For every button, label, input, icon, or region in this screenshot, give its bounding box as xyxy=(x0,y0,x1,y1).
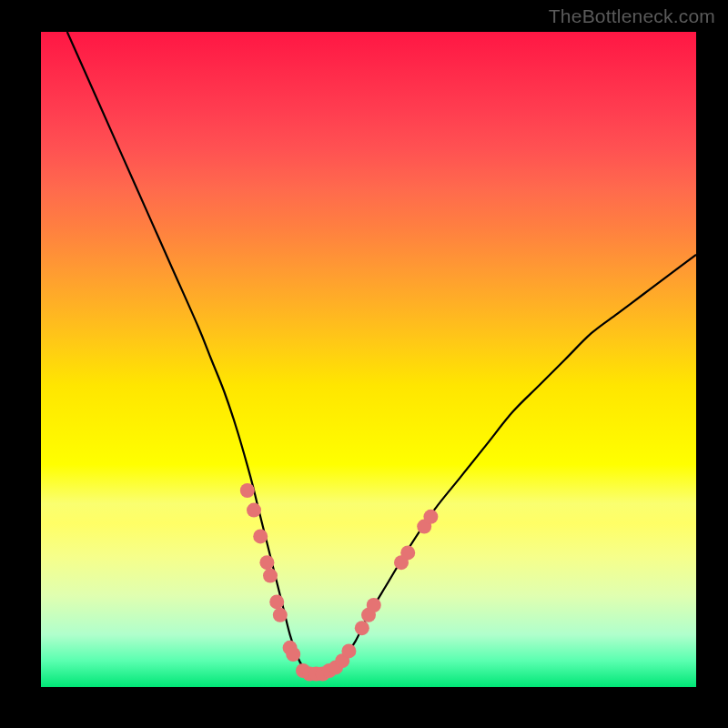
data-point xyxy=(286,647,300,662)
data-point xyxy=(253,529,268,543)
data-point xyxy=(247,503,261,518)
chart-svg xyxy=(41,32,696,687)
data-points xyxy=(240,483,439,682)
data-point xyxy=(423,510,438,524)
data-point xyxy=(341,643,356,658)
bottleneck-curve xyxy=(67,32,696,674)
data-point xyxy=(263,569,278,583)
data-point xyxy=(259,555,274,570)
data-point xyxy=(269,594,284,609)
data-point xyxy=(355,621,369,635)
data-point xyxy=(240,483,255,498)
data-point xyxy=(367,598,381,612)
watermark-text: TheBottleneck.com xyxy=(549,5,715,27)
plot-area xyxy=(41,32,696,687)
chart-container: TheBottleneck.com xyxy=(0,0,728,728)
data-point xyxy=(400,545,415,560)
data-point xyxy=(273,608,288,622)
